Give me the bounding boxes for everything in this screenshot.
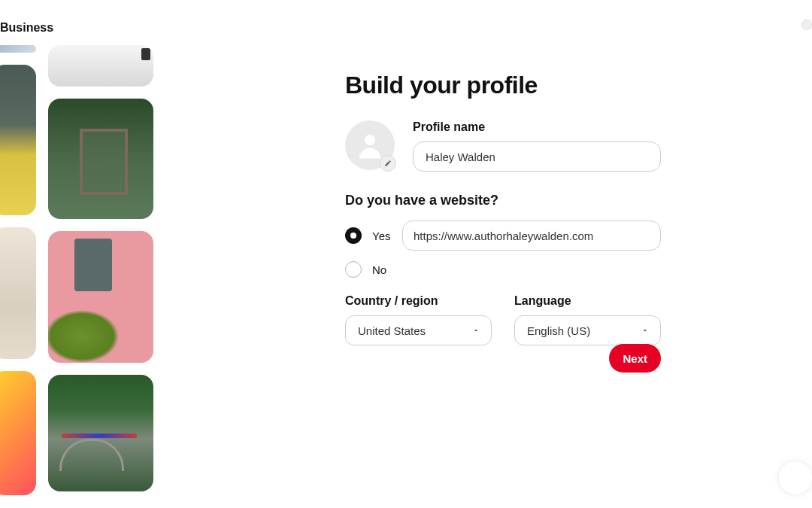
grid-tile <box>0 65 36 215</box>
website-yes-radio[interactable] <box>345 227 362 244</box>
website-yes-label: Yes <box>372 230 392 242</box>
person-icon <box>354 129 386 161</box>
chevron-down-icon <box>471 326 480 335</box>
grid-tile <box>48 231 153 363</box>
website-no-radio[interactable] <box>345 261 362 278</box>
page-title: Build your profile <box>345 71 661 99</box>
country-select[interactable]: United States <box>345 315 492 345</box>
grid-tile <box>0 45 36 53</box>
grid-tile <box>0 227 36 359</box>
next-button[interactable]: Next <box>609 344 661 373</box>
svg-point-0 <box>365 135 375 145</box>
grid-tile <box>48 99 153 219</box>
country-value: United States <box>358 324 426 337</box>
language-label: Language <box>514 294 661 308</box>
inspiration-grid <box>0 45 165 508</box>
grid-tile <box>0 371 36 495</box>
edit-avatar-button[interactable] <box>380 155 396 172</box>
brand-label: Business <box>0 21 53 35</box>
grid-tile <box>48 375 153 491</box>
pencil-icon <box>384 160 392 167</box>
website-url-input[interactable] <box>402 221 661 251</box>
grid-tile <box>48 45 153 87</box>
country-label: Country / region <box>345 294 492 308</box>
language-select[interactable]: English (US) <box>514 315 661 345</box>
website-question-label: Do you have a website? <box>345 193 661 208</box>
profile-form: Build your profile Profile name Do you h… <box>345 71 661 345</box>
account-avatar-small[interactable] <box>801 20 812 30</box>
profile-name-input[interactable] <box>413 141 661 172</box>
language-value: English (US) <box>527 324 590 337</box>
website-no-label: No <box>372 263 392 276</box>
chevron-down-icon <box>641 326 650 335</box>
help-fab[interactable] <box>779 461 812 494</box>
profile-name-label: Profile name <box>413 120 661 134</box>
